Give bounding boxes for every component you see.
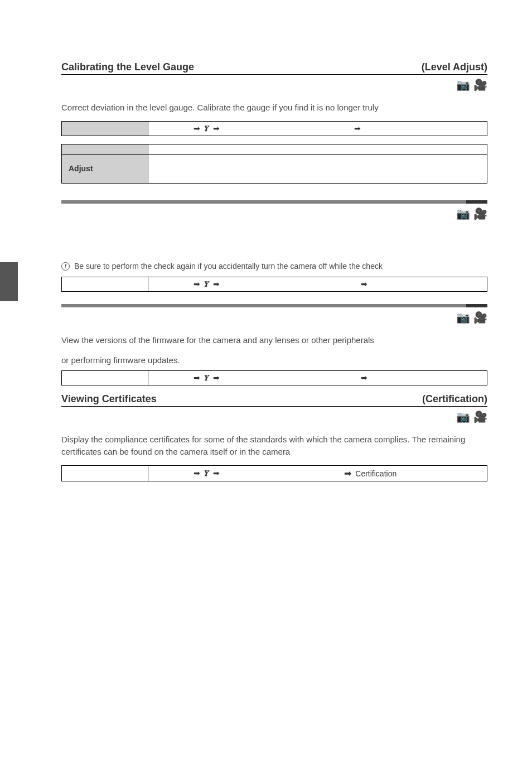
option-header-cell [62, 144, 148, 154]
option-adjust-desc [148, 154, 487, 183]
camera-icon: 📷 [456, 208, 470, 220]
nav-path-cell: ➡ 𝒀 ➡ ➡ [148, 121, 487, 136]
section1-title-left: Calibrating the Level Gauge [61, 61, 194, 74]
video-icon: 🎥 [473, 311, 487, 324]
section1-mode-icons: 📷🎥 [61, 78, 487, 91]
nav-cell [62, 465, 148, 481]
section4-body: Display the compliance certificates for … [61, 433, 487, 459]
nav-arrows-3: ➡ 𝒀 ➡ [192, 373, 221, 383]
arrow-icon: ➡ [194, 469, 200, 478]
camera-icon: 📷 [456, 411, 470, 423]
section3-body-2: or performing firmware updates. [61, 354, 487, 367]
section4-nav-table: ➡ 𝒀 ➡ ➡ Certification [61, 465, 487, 481]
section1-body: Correct deviation in the level gauge. Ca… [61, 102, 487, 114]
option-adjust-label: Adjust [62, 154, 148, 183]
camera-icon: 📷 [456, 311, 470, 324]
nav-end-cell: ➡ [293, 370, 487, 385]
section4-mode-icons: 📷🎥 [61, 410, 487, 423]
nav-path-cell: ➡ 𝒀 ➡ [148, 465, 293, 481]
video-icon: 🎥 [473, 79, 487, 91]
nav-cell [62, 370, 148, 385]
arrow-icon: ➡ [344, 468, 351, 479]
section3-nav-table: ➡ 𝒀 ➡ ➡ [61, 370, 487, 385]
nav-path-cell: ➡ 𝒀 ➡ [148, 277, 293, 291]
section3-mode-icons: 📷🎥 [61, 311, 487, 324]
camera-icon: 📷 [456, 79, 470, 91]
page-side-tab [0, 262, 18, 301]
wrench-icon: 𝒀 [204, 373, 209, 382]
section3-body-1: View the versions of the firmware for th… [61, 334, 487, 347]
wrench-icon: 𝒀 [204, 279, 209, 288]
nav-cell [62, 121, 148, 136]
page-content: Calibrating the Level Gauge (Level Adjus… [0, 0, 532, 519]
certification-text: Certification [355, 469, 396, 478]
option-header-blank [148, 144, 487, 154]
arrow-icon: ➡ [361, 373, 367, 382]
section2-nav-table: ➡ 𝒀 ➡ ➡ [61, 277, 487, 292]
arrow-icon: ➡ [213, 469, 220, 478]
section1-nav-table: ➡ 𝒀 ➡ ➡ [61, 121, 487, 136]
wrench-icon: 𝒀 [204, 469, 209, 478]
arrow-icon: ➡ [194, 279, 200, 288]
arrow-icon: ➡ [361, 279, 367, 288]
section2-divider [61, 200, 487, 204]
nav-arrows-4: ➡ 𝒀 ➡ [192, 469, 221, 478]
nav-arrows-1: ➡ 𝒀 ➡ [192, 124, 221, 133]
video-icon: 🎥 [473, 208, 487, 220]
section4-header: Viewing Certificates (Certification) [61, 393, 487, 407]
arrow-icon: ➡ [213, 279, 220, 288]
section4-title-left: Viewing Certificates [61, 393, 157, 406]
section3-divider [61, 304, 487, 307]
nav-cell [62, 277, 148, 291]
nav-path-cell: ➡ 𝒀 ➡ [148, 370, 293, 385]
arrow-icon: ➡ [194, 373, 200, 382]
arrow-icon: ➡ [213, 373, 220, 382]
video-icon: 🎥 [473, 411, 487, 423]
section2-mode-icons: 📷🎥 [61, 207, 487, 220]
section1-header: Calibrating the Level Gauge (Level Adjus… [61, 61, 487, 75]
nav-arrows-2: ➡ 𝒀 ➡ [192, 279, 221, 289]
nav-end-cell: ➡ Certification [293, 465, 487, 481]
section1-title-right: (Level Adjust) [422, 61, 487, 74]
section4-title-right: (Certification) [422, 393, 487, 406]
section2-info: ! Be sure to perform the check again if … [61, 261, 487, 272]
nav-end-cell: ➡ [293, 277, 487, 291]
section1-option-table: Adjust [61, 144, 487, 184]
info-icon: ! [61, 262, 70, 271]
section2-info-text: Be sure to perform the check again if yo… [74, 262, 383, 271]
arrow-icon: ➡ [354, 124, 361, 133]
wrench-icon: 𝒀 [204, 124, 209, 133]
arrow-icon: ➡ [194, 124, 200, 133]
arrow-icon: ➡ [213, 124, 220, 133]
